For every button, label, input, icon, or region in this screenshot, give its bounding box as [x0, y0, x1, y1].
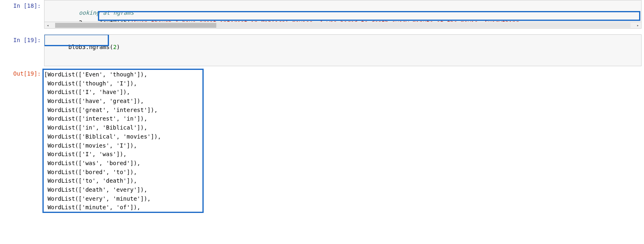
- output-cell-19: Out[19]: [WordList(['Even', 'though']), …: [0, 68, 644, 212]
- code-cell-18-content: ooking at ngrams 3 = TextBlob('Even thou…: [44, 0, 644, 29]
- scroll-left-icon[interactable]: ◂: [45, 23, 50, 28]
- output-cell-19-content: [WordList(['Even', 'though']), WordList(…: [44, 68, 644, 212]
- scroll-right-icon[interactable]: ▸: [635, 23, 640, 28]
- cell19-code-area[interactable]: blob3.ngrams(2): [44, 34, 642, 66]
- code-cell-19: In [19]: blob3.ngrams(2): [0, 34, 644, 66]
- code-cell-18: In [18]: ooking at ngrams 3 = TextBlob('…: [0, 0, 644, 29]
- code-cell-19-content: blob3.ngrams(2): [44, 34, 644, 66]
- cell18-scroll-container: ooking at ngrams 3 = TextBlob('Even thou…: [44, 0, 642, 29]
- cell18-assign: 3 = TextBlob(: [79, 19, 130, 22]
- output-prompt-19: Out[19]:: [0, 68, 44, 212]
- input-prompt-19: In [19]:: [0, 34, 44, 66]
- scroll-thumb[interactable]: [55, 23, 216, 28]
- cell18-string: 'Even though I have great interest in Bi…: [131, 19, 519, 22]
- cell19-call-post: ): [117, 44, 120, 50]
- highlight-output-box: [42, 69, 204, 213]
- scroll-track[interactable]: [55, 23, 631, 28]
- cell18-hscroll[interactable]: ◂ ▸: [44, 22, 642, 29]
- cell18-code-area[interactable]: ooking at ngrams 3 = TextBlob('Even thou…: [44, 0, 642, 22]
- cell19-call-pre: blob3.ngrams(: [69, 44, 113, 50]
- input-prompt-18: In [18]:: [0, 0, 44, 29]
- cell19-output-text: [WordList(['Even', 'though']), WordList(…: [44, 68, 642, 212]
- cell19-arg: 2: [113, 44, 116, 50]
